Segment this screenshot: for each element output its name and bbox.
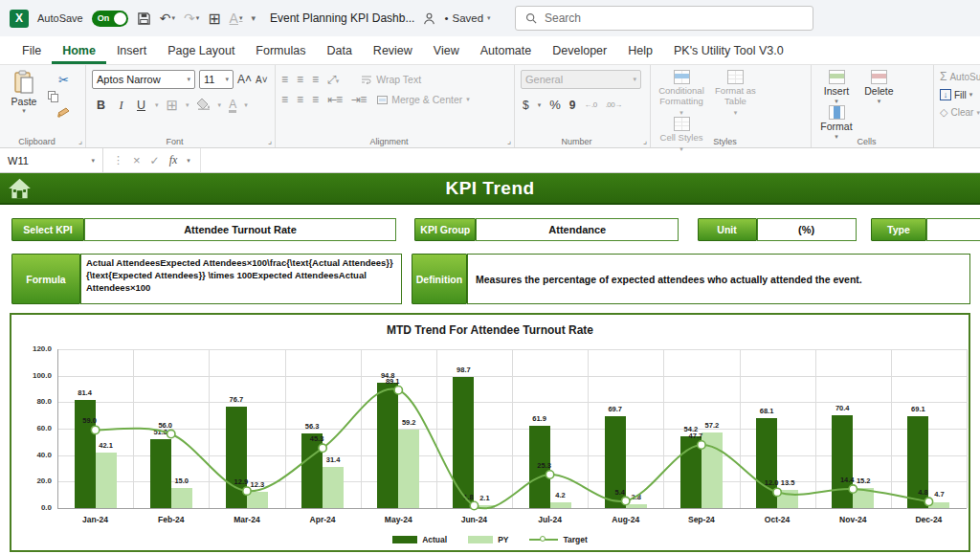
kpi-group-value: Attendance <box>476 218 679 241</box>
tab-review[interactable]: Review <box>363 39 423 64</box>
align-middle-icon[interactable]: ≡ <box>297 73 302 86</box>
conditional-formatting-button[interactable]: Conditional Formatting ▾ <box>657 70 706 117</box>
underline-button[interactable]: U <box>135 99 147 112</box>
tab-help[interactable]: Help <box>617 39 663 64</box>
tab-view[interactable]: View <box>423 39 470 64</box>
cells-group-label: Cells <box>812 137 922 146</box>
tab-developer[interactable]: Developer <box>542 39 617 64</box>
tab-file[interactable]: File <box>11 39 52 64</box>
conditional-formatting-icon <box>674 70 690 84</box>
font-name-select[interactable]: Aptos Narrow▾ <box>92 70 195 89</box>
orientation-icon[interactable]: ⤢▾ <box>327 73 338 86</box>
format-cells-button[interactable]: Format ▾ <box>817 105 856 141</box>
worksheet: KPI Trend Select KPI Attendee Turnout Ra… <box>0 173 980 543</box>
share-person-icon[interactable] <box>423 12 435 25</box>
name-box[interactable]: W11 ▾ <box>0 148 103 172</box>
decrease-decimal-icon[interactable]: .00→ <box>606 100 622 109</box>
tab-formulas[interactable]: Formulas <box>245 39 316 64</box>
target-line <box>57 349 967 514</box>
v-gridline <box>967 349 968 508</box>
font-color-icon[interactable]: A <box>229 99 236 113</box>
formula-input[interactable] <box>201 148 980 172</box>
number-format-select[interactable]: General▾ <box>521 70 641 89</box>
kpi-trend-chart[interactable]: MTD Trend For Attendee Turnout Rate 120.… <box>10 313 970 552</box>
save-icon[interactable] <box>137 11 151 26</box>
name-box-value: W11 <box>8 155 29 166</box>
cell-styles-button[interactable]: Cell Styles ▾ <box>657 117 706 153</box>
chart-legend: ActualPYTarget <box>11 535 969 544</box>
excel-logo-icon[interactable]: X <box>10 10 29 28</box>
cut-icon[interactable]: ✂ <box>48 73 79 87</box>
saved-status[interactable]: • Saved ▾ <box>444 12 490 24</box>
comma-style-icon[interactable]: 9 <box>569 99 576 112</box>
tab-insert[interactable]: Insert <box>106 39 157 64</box>
tab-home[interactable]: Home <box>52 39 106 64</box>
decrease-indent-icon[interactable]: ⇤≡ <box>327 93 342 106</box>
document-title[interactable]: Event Planning KPI Dashb... <box>270 11 414 25</box>
x-axis-label: Aug-24 <box>612 515 639 524</box>
home-icon[interactable] <box>7 176 33 205</box>
font-color-quick-icon[interactable]: A▾ <box>230 11 243 26</box>
enter-icon[interactable]: ✓ <box>150 154 160 167</box>
autosum-icon: Σ <box>940 70 947 83</box>
autosum-button[interactable]: Σ AutoSum <box>940 70 980 83</box>
align-bottom-icon[interactable]: ≡ <box>312 73 318 86</box>
format-painter-icon[interactable] <box>48 106 79 118</box>
font-dialog-launcher[interactable]: ⌟ <box>268 136 272 145</box>
align-left-icon[interactable]: ≡ <box>281 93 287 106</box>
toolbar-overflow-icon[interactable]: ▾ <box>251 13 256 23</box>
tab-data[interactable]: Data <box>316 39 362 64</box>
grow-font-icon[interactable]: A˄ <box>237 73 252 86</box>
italic-button[interactable]: I <box>115 99 127 113</box>
paste-button[interactable]: Paste ▾ <box>6 70 42 115</box>
borders-quick-icon[interactable]: ⊞ <box>208 10 220 28</box>
number-dialog-launcher[interactable]: ⌟ <box>643 136 647 145</box>
legend-item-py: PY <box>468 535 508 544</box>
delete-cells-button[interactable]: Delete ▾ <box>859 70 898 105</box>
autosum-label: AutoSum <box>949 72 980 82</box>
font-name-value: Aptos Narrow <box>97 74 161 85</box>
align-center-icon[interactable]: ≡ <box>297 93 302 106</box>
tab-automate[interactable]: Automate <box>470 39 543 64</box>
x-axis-label: Oct-24 <box>765 515 790 524</box>
copy-icon[interactable] <box>48 91 59 102</box>
tab-pk-utility[interactable]: PK's Utility Tool V3.0 <box>663 39 794 64</box>
search-input[interactable]: Search <box>515 6 813 31</box>
align-right-icon[interactable]: ≡ <box>312 93 318 106</box>
increase-indent-icon[interactable]: ⇥≡ <box>351 93 366 106</box>
insert-cells-icon <box>829 70 845 84</box>
fill-color-icon[interactable] <box>197 97 211 114</box>
insert-function-icon[interactable]: fx <box>169 153 178 167</box>
percent-icon[interactable]: % <box>549 98 561 112</box>
autosave-toggle[interactable]: On <box>92 11 128 27</box>
menu-dots-icon[interactable]: ⋮ <box>113 154 123 166</box>
borders-icon[interactable]: ⊞ <box>167 97 179 114</box>
fill-button[interactable]: ↓ Fill ▾ <box>940 89 980 100</box>
increase-decimal-icon[interactable]: ←.0 <box>584 100 596 109</box>
x-axis-label: Sep-24 <box>688 515 715 524</box>
wrap-text-button[interactable]: Wrap Text <box>361 74 421 85</box>
undo-icon[interactable]: ↶▾ <box>160 11 175 26</box>
select-kpi-value[interactable]: Attendee Turnout Rate <box>84 218 396 241</box>
bold-button[interactable]: B <box>95 99 107 112</box>
font-size-select[interactable]: 11▾ <box>199 70 234 89</box>
shrink-font-icon[interactable]: A˅ <box>256 75 268 85</box>
alignment-dialog-launcher[interactable]: ⌟ <box>507 136 511 145</box>
format-as-table-button[interactable]: Format as Table ▾ <box>710 70 760 117</box>
merge-center-button[interactable]: Merge & Center ▾ <box>377 94 470 105</box>
search-icon <box>525 12 537 24</box>
clear-button[interactable]: ◇ Clear ▾ <box>940 106 980 119</box>
alignment-group-label: Alignment <box>276 137 502 146</box>
font-color-letter: A <box>229 98 236 111</box>
chart-title: MTD Trend For Attendee Turnout Rate <box>11 323 969 337</box>
ribbon-tabs: File Home Insert Page Layout Formulas Da… <box>0 36 980 64</box>
align-top-icon[interactable]: ≡ <box>281 73 287 86</box>
target-marker <box>698 441 705 449</box>
redo-icon[interactable]: ↷▾ <box>184 11 199 26</box>
currency-icon[interactable]: $ <box>523 99 529 112</box>
clipboard-dialog-launcher[interactable]: ⌟ <box>78 136 82 145</box>
insert-cells-button[interactable]: Insert ▾ <box>817 70 856 105</box>
conditional-formatting-label: Conditional Formatting <box>657 86 706 107</box>
tab-page-layout[interactable]: Page Layout <box>157 39 245 64</box>
cancel-icon[interactable]: × <box>133 153 141 167</box>
